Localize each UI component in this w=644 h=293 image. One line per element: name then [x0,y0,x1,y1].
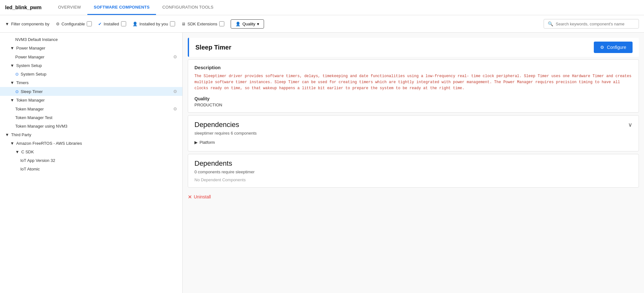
sdk-extensions-checkbox[interactable] [219,21,224,26]
system-setup-label: System Setup [21,72,46,77]
sidebar-item-sleep-timer[interactable]: ⊙ Sleep Timer ⚙ [0,87,182,96]
system-setup-check-icon: ⊙ [15,72,19,77]
system-setup-group-label: System Setup [16,63,42,68]
sidebar-item-third-party-group[interactable]: ▼ Third Party [0,130,182,139]
sleep-timer-check-icon: ⊙ [15,89,19,94]
chevron-down-icon: ▾ [257,22,259,26]
filter-sdk-extensions: 🖥 SDK Extensions [181,21,224,26]
dependencies-header[interactable]: Dependencies ∨ [194,121,632,129]
sidebar-item-iot-atomic[interactable]: IoT Atomic [0,165,182,173]
dependencies-card: Dependencies ∨ sleeptimer requires 6 com… [188,115,639,151]
sidebar-item-token-manager[interactable]: Token Manager ⚙ [0,104,182,113]
sidebar-item-token-manager-group[interactable]: ▼ Token Manager [0,96,182,104]
power-manager-gear-icon: ⚙ [173,54,177,59]
quality-value: PRODUCTION [194,103,632,107]
search-icon: 🔍 [548,21,553,26]
iot-app-version-32-label: IoT App Version 32 [20,158,55,163]
tab-configuration-tools[interactable]: CONFIGURATION TOOLS [156,0,220,15]
platform-triangle-icon: ▶ [194,140,198,145]
sidebar-item-power-manager-group[interactable]: ▼ Power Manager [0,44,182,52]
sdk-icon: 🖥 [181,22,186,26]
sidebar-item-token-manager-test[interactable]: Token Manager Test [0,113,182,122]
sidebar-item-iot-app-version-32[interactable]: IoT App Version 32 [0,156,182,165]
sidebar: NVM3 Default Instance ▼ Power Manager Po… [0,33,183,293]
search-box: 🔍 [544,19,639,29]
description-card: Description The Sleeptimer driver provid… [188,59,639,113]
description-text: The Sleeptimer driver provides software … [194,73,632,92]
quality-button[interactable]: 👤 Quality ▾ [231,19,264,29]
installed-label: Installed [104,22,119,26]
quality-label: Quality [242,22,255,26]
dependencies-chevron-icon: ∨ [628,121,632,128]
token-manager-gear-icon: ⚙ [173,106,177,111]
platform-label: Platform [200,140,215,145]
description-heading: Description [194,65,632,70]
sidebar-item-amazon-freertos-group[interactable]: ▼ Amazon FreeRTOS - AWS Libraries [0,139,182,148]
installed-check-icon: ✔ [98,22,102,26]
token-manager-group-label: Token Manager [16,98,45,103]
uninstall-label: Uninstall [194,194,211,199]
third-party-group-label: Third Party [11,132,31,137]
platform-row[interactable]: ▶ Platform [194,139,632,146]
token-manager-nvm3-label: Token Manager using NVM3 [15,124,67,129]
uninstall-button[interactable]: ✕ Uninstall [188,191,211,203]
configure-button[interactable]: ⚙ Configure [594,42,633,53]
sidebar-item-system-setup-group[interactable]: ▼ System Setup [0,61,182,70]
component-title: Sleep Timer [195,44,231,51]
installed-checkbox[interactable] [121,21,126,26]
sidebar-item-nvm3-default-instance[interactable]: NVM3 Default Instance [0,35,182,44]
nav-tabs: OVERVIEW SOFTWARE COMPONENTS CONFIGURATI… [52,0,220,15]
sidebar-item-timers-group[interactable]: ▼ Timers [0,78,182,87]
dependencies-sub: sleeptimer requires 6 components [194,131,632,136]
quality-person-icon: 👤 [235,22,241,26]
filter-label: ▼ Filter components by [5,22,50,26]
timers-group-label: Timers [16,80,29,85]
configurable-gear-icon: ⚙ [56,22,60,26]
sleep-timer-gear-icon: ⚙ [173,89,177,94]
top-nav: led_blink_pwm OVERVIEW SOFTWARE COMPONEN… [0,0,644,15]
person-icon: 👤 [132,22,138,26]
iot-atomic-label: IoT Atomic [20,167,40,171]
power-manager-label: Power Manager [15,55,44,59]
sdk-extensions-label: SDK Extensions [187,22,217,26]
uninstall-section: ✕ Uninstall [188,190,639,204]
power-manager-group-label: Power Manager [16,46,45,50]
csdk-group-label: C SDK [21,150,34,154]
configurable-label: Configurable [62,22,85,26]
system-setup-triangle-icon: ▼ [10,63,14,68]
component-header: Sleep Timer ⚙ Configure [188,38,639,57]
filter-configurable: ⚙ Configurable [56,21,92,26]
filter-label-text: Filter components by [11,22,50,26]
configurable-checkbox[interactable] [87,21,92,26]
sidebar-item-power-manager[interactable]: Power Manager ⚙ [0,52,182,61]
timers-triangle-icon: ▼ [10,80,14,85]
installed-by-you-checkbox[interactable] [170,21,175,26]
dependencies-title: Dependencies [194,121,239,129]
filter-funnel-icon: ▼ [5,22,9,26]
main-layout: NVM3 Default Instance ▼ Power Manager Po… [0,33,644,293]
dependents-card: Dependents 0 components require sleeptim… [188,154,639,188]
nvm3-default-instance-label: NVM3 Default Instance [15,37,58,42]
sleep-timer-label: Sleep Timer [21,89,43,94]
sidebar-item-system-setup[interactable]: ⊙ System Setup [0,70,182,78]
quality-heading: Quality [194,96,632,101]
token-manager-test-label: Token Manager Test [15,115,52,120]
sidebar-item-token-manager-nvm3[interactable]: Token Manager using NVM3 [0,122,182,130]
configure-label: Configure [607,45,626,50]
filter-installed-by-you: 👤 Installed by you [132,21,175,26]
filter-installed: ✔ Installed [98,21,126,26]
search-input[interactable] [556,22,635,26]
third-party-triangle-icon: ▼ [5,132,9,137]
sidebar-item-csdk-group[interactable]: ▼ C SDK [0,148,182,156]
filter-bar: ▼ Filter components by ⚙ Configurable ✔ … [0,15,644,33]
uninstall-x-icon: ✕ [188,194,192,200]
token-manager-label: Token Manager [15,107,44,111]
dependents-sub: 0 components require sleeptimer [194,170,632,174]
configure-gear-icon: ⚙ [600,45,604,50]
amazon-freertos-triangle-icon: ▼ [10,141,14,146]
tab-overview[interactable]: OVERVIEW [52,0,87,15]
dependents-title: Dependents [194,159,632,168]
amazon-freertos-group-label: Amazon FreeRTOS - AWS Libraries [16,141,82,146]
app-title: led_blink_pwm [5,5,42,10]
tab-software-components[interactable]: SOFTWARE COMPONENTS [87,0,156,15]
